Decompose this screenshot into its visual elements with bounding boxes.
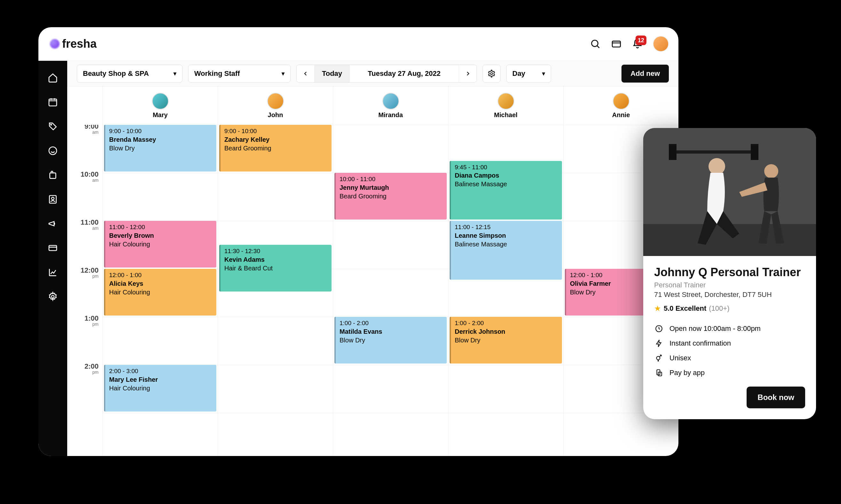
svg-rect-3 [49, 99, 57, 106]
date-display-button[interactable]: Tuesday 27 Aug, 2022 [350, 65, 459, 82]
appointment-client: Alicia Keys [109, 280, 213, 288]
product-icon[interactable] [46, 168, 60, 182]
svg-point-17 [709, 158, 725, 175]
appointment[interactable]: 10:00 - 11:00Jenny MurtaughBeard Groomin… [335, 173, 447, 219]
brand[interactable]: fresha [48, 37, 97, 51]
topbar-right: 12 [589, 36, 669, 52]
contact-icon[interactable] [46, 192, 60, 207]
staff-name-label: John [268, 111, 283, 119]
appointment-client: Zachary Kelley [224, 136, 328, 144]
user-avatar[interactable] [653, 36, 669, 52]
staff-avatar [152, 93, 169, 109]
staff-header[interactable]: John [218, 86, 333, 125]
appointment-time: 11:00 - 12:15 [455, 223, 558, 231]
profile-rating: ★ 5.0 Excellent (100+) [654, 304, 805, 313]
appointment-client: Brenda Massey [109, 136, 213, 144]
today-button[interactable]: Today [315, 65, 350, 82]
unisex-icon [654, 354, 664, 362]
location-select[interactable]: Beauty Shop & SPA ▾ [77, 65, 182, 83]
chevron-down-icon: ▾ [542, 70, 545, 77]
calendar-column[interactable]: 9:00 - 10:00Zachary KelleyBeard Grooming… [218, 125, 333, 456]
calendar-column[interactable]: 10:00 - 11:00Jenny MurtaughBeard Groomin… [333, 125, 448, 456]
appointment-service: Hair Colouring [109, 240, 213, 248]
appointment[interactable]: 11:00 - 12:15Leanne SimpsonBalinese Mass… [450, 221, 562, 280]
view-select[interactable]: Day ▾ [506, 65, 551, 83]
notifications-icon[interactable]: 12 [632, 38, 643, 50]
calendar-settings-button[interactable] [483, 65, 501, 83]
next-day-button[interactable] [459, 65, 477, 82]
svg-rect-15 [669, 144, 677, 160]
appointment[interactable]: 1:00 - 2:00Derrick JohnsonBlow Dry [450, 317, 562, 363]
calendar-icon[interactable] [46, 95, 60, 109]
svg-point-20 [656, 357, 660, 360]
phone-pay-icon [654, 368, 664, 377]
svg-line-1 [597, 46, 599, 48]
svg-rect-14 [669, 150, 758, 154]
sidebar [38, 61, 67, 456]
svg-point-5 [49, 147, 57, 155]
content: Beauty Shop & SPA ▾ Working Staff ▾ Toda… [67, 61, 678, 456]
time-label: 12:00pm [80, 267, 99, 278]
calendar-column[interactable]: 9:00 - 10:00Brenda MasseyBlow Dry11:00 -… [102, 125, 218, 456]
appointment[interactable]: 9:00 - 10:00Brenda MasseyBlow Dry [104, 125, 216, 172]
topbar: fresha 12 [38, 27, 678, 61]
tag-icon[interactable] [46, 119, 60, 134]
appointment[interactable]: 11:00 - 12:00Beverly BrownHair Colouring [104, 221, 216, 268]
staff-name-label: Mary [153, 111, 168, 119]
staff-header[interactable]: Miranda [333, 86, 448, 125]
add-new-button[interactable]: Add new [622, 65, 669, 83]
time-label: 11:00am [80, 219, 99, 230]
appointment-client: Diana Campos [455, 172, 558, 180]
staff-avatar [613, 93, 629, 109]
staff-name-label: Annie [612, 111, 630, 119]
card-icon[interactable] [46, 241, 60, 255]
megaphone-icon[interactable] [46, 216, 60, 231]
book-now-button[interactable]: Book now [747, 386, 805, 408]
appointment-service: Balinese Massage [455, 180, 558, 188]
staff-header[interactable]: Michael [448, 86, 563, 125]
time-label: 10:00am [80, 171, 99, 182]
svg-rect-6 [50, 173, 56, 178]
appointment-service: Balinese Massage [455, 240, 558, 248]
appointment-client: Jenny Murtaugh [340, 184, 443, 192]
appointment[interactable]: 9:45 - 11:00Diana CamposBalinese Massage [450, 161, 562, 220]
wallet-icon[interactable] [611, 38, 622, 50]
appointment[interactable]: 12:00 - 1:00Alicia KeysHair Colouring [104, 269, 216, 316]
appointment[interactable]: 1:00 - 2:00Matilda EvansBlow Dry [335, 317, 447, 363]
smiley-icon[interactable] [46, 143, 60, 158]
staff-header[interactable]: Annie [563, 86, 678, 125]
appointment-client: Matilda Evans [340, 328, 443, 336]
analytics-icon[interactable] [46, 265, 60, 280]
appointment[interactable]: 9:00 - 10:00Zachary KelleyBeard Grooming [219, 125, 332, 172]
staff-header[interactable]: Mary [102, 86, 218, 125]
appointment-service: Beard Grooming [340, 192, 443, 200]
staff-avatar [267, 93, 284, 109]
time-label: 1:00pm [85, 315, 99, 326]
appointment[interactable]: 11:30 - 12:30Kevin AdamsHair & Beard Cut [219, 245, 332, 291]
appointment-service: Blow Dry [109, 144, 213, 152]
prev-day-button[interactable] [297, 65, 315, 82]
appointment-time: 11:00 - 12:00 [109, 223, 213, 231]
settings-icon[interactable] [46, 289, 60, 304]
appointment-client: Derrick Johnson [455, 328, 558, 336]
appointment-service: Blow Dry [455, 336, 558, 344]
brand-logo-icon [50, 39, 59, 49]
svg-rect-9 [49, 246, 57, 251]
appointment[interactable]: 2:00 - 3:00Mary Lee FisherHair Colouring [104, 365, 216, 412]
svg-point-8 [52, 197, 54, 200]
appointment-time: 1:00 - 2:00 [455, 319, 558, 327]
profile-body: Johnny Q Personal Trainer Personal Train… [643, 256, 816, 419]
calendar-column[interactable]: 9:45 - 11:00Diana CamposBalinese Massage… [448, 125, 563, 456]
svg-point-18 [764, 164, 778, 178]
appointment-service: Hair Colouring [109, 384, 213, 392]
home-icon[interactable] [46, 70, 60, 85]
staff-select[interactable]: Working Staff ▾ [188, 65, 290, 83]
profile-hero-image [643, 128, 816, 256]
appointment-time: 1:00 - 2:00 [340, 319, 443, 327]
svg-rect-2 [612, 41, 621, 47]
appointment-service: Beard Grooming [224, 144, 328, 152]
search-icon[interactable] [589, 38, 601, 50]
star-icon: ★ [654, 304, 661, 313]
time-label: 9:00am [85, 125, 99, 134]
view-select-label: Day [512, 69, 525, 78]
